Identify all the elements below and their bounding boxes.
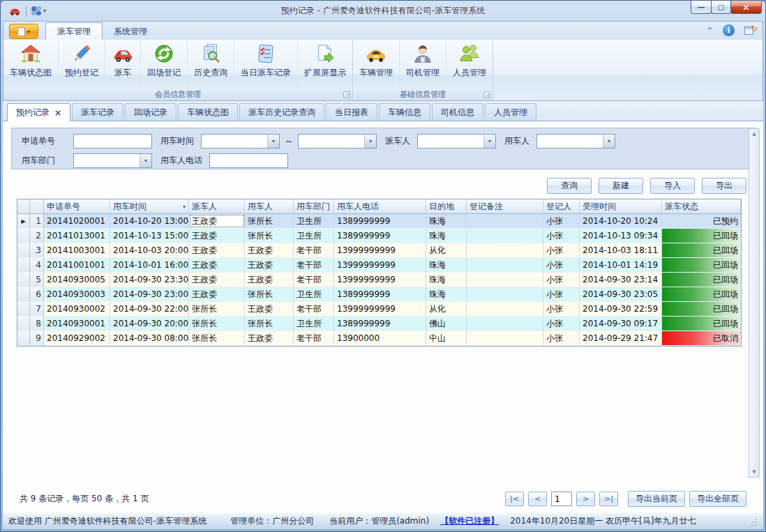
- scroll-down-icon[interactable]: ▼: [752, 467, 756, 477]
- next-page-button[interactable]: >: [576, 492, 595, 506]
- minimize-button[interactable]: —: [691, 1, 712, 14]
- import-button[interactable]: 导入: [650, 178, 695, 194]
- chevron-down-icon[interactable]: ▾: [364, 135, 376, 148]
- chevron-down-icon[interactable]: ▾: [140, 154, 151, 167]
- column-header-request_no[interactable]: 申请单号: [44, 199, 110, 213]
- doc-tab-personnel-management[interactable]: 人员管理: [485, 103, 536, 121]
- cell-remark: [467, 214, 543, 228]
- cell-remark: [467, 287, 543, 301]
- table-row-1[interactable]: ▶1201410200012014-10-20 13:00王政委张所长卫生所13…: [17, 214, 741, 229]
- doc-tab-reservation-records[interactable]: 预约记录×: [7, 103, 70, 121]
- table-row-7[interactable]: 7201409300022014-09-30 22:00张所长王政委老干部139…: [17, 302, 741, 317]
- department-label: 用车部门: [22, 155, 65, 167]
- page-number-input[interactable]: [551, 492, 572, 506]
- collapse-ribbon-icon[interactable]: ^: [707, 26, 713, 33]
- close-icon: ×: [742, 2, 750, 13]
- ribbon-button-return-register[interactable]: 回场登记: [141, 40, 188, 89]
- column-header-remark[interactable]: 登记备注: [467, 199, 543, 213]
- use-time-to-combo[interactable]: ▾: [298, 134, 377, 149]
- column-header-user[interactable]: 用车人: [245, 199, 294, 213]
- ribbon-button-reservation-register[interactable]: 预约登记: [59, 40, 105, 89]
- table-row-5[interactable]: 5201409300052014-09-30 23:30王政委王政委老干部139…: [17, 273, 741, 287]
- info-icon[interactable]: i: [723, 24, 735, 36]
- license-link[interactable]: 【软件已注册】: [440, 515, 499, 527]
- column-header-dispatcher[interactable]: 派车人: [189, 199, 245, 213]
- quick-access-grid-icon[interactable]: ▾: [31, 6, 46, 16]
- table-row-9[interactable]: 9201409290022014-09-30 08:00张所长王政委老干部139…: [17, 331, 741, 346]
- sort-caret-icon[interactable]: ▾: [183, 204, 186, 210]
- column-header-destination[interactable]: 目的地: [426, 199, 467, 213]
- doc-tab-label: 派车记录: [81, 107, 114, 119]
- theme-icon[interactable]: ↻: [744, 25, 757, 36]
- ribbon-button-vehicle-management[interactable]: 车辆管理: [353, 40, 400, 89]
- doc-tab-vehicle-info[interactable]: 车辆信息: [379, 103, 430, 121]
- column-header-phone[interactable]: 用车人电话: [334, 199, 426, 213]
- table-row-6[interactable]: 6201409300032014-09-30 23:00王政委张所长卫生所138…: [17, 287, 741, 302]
- ribbon-tab-system[interactable]: 系统管理: [103, 23, 158, 40]
- chevron-down-icon[interactable]: ▾: [603, 135, 615, 148]
- doc-tab-vehicle-status-map[interactable]: 车辆状态图: [178, 103, 238, 121]
- cell-destination: 中山: [426, 331, 467, 345]
- cell-destination: 从化: [426, 302, 467, 316]
- ribbon-button-extended-screen[interactable]: 扩展屏显示: [298, 40, 352, 89]
- table-row-8[interactable]: 8201409300012014-09-30 20:00张所长张所长卫生所138…: [17, 317, 741, 331]
- doc-tab-driver-info[interactable]: 司机信息: [432, 103, 483, 121]
- prev-page-button[interactable]: <: [528, 492, 547, 506]
- cell-request_no: 20140930002: [44, 302, 110, 316]
- ribbon-tab-dispatch[interactable]: 派车管理: [45, 22, 103, 40]
- department-combo[interactable]: ▾: [73, 153, 152, 168]
- focused-cell-dispatcher[interactable]: 王政委: [189, 214, 245, 228]
- column-header-accept_time[interactable]: 受理时间: [580, 199, 662, 213]
- first-page-button[interactable]: |<: [505, 492, 524, 506]
- use-time-from-combo[interactable]: ▾: [201, 134, 280, 149]
- table-row-4[interactable]: 4201410010012014-10-01 16:00王政委王政委老干部139…: [17, 258, 741, 273]
- vertical-scrollbar[interactable]: ▲ ▼: [749, 128, 760, 478]
- column-header-registrar[interactable]: 登记人: [543, 199, 580, 213]
- chevron-down-icon[interactable]: ▾: [267, 135, 279, 148]
- doc-tab-close-icon[interactable]: ×: [54, 108, 61, 118]
- ribbon-body: 车辆状态图预约登记派车回场登记历史查询当日派车记录扩展屏显示会员信息管理◿车辆管…: [3, 40, 763, 101]
- ribbon-button-vehicle-status-map[interactable]: 车辆状态图: [3, 40, 59, 89]
- ribbon-button-today-dispatch-records[interactable]: 当日派车记录: [234, 40, 298, 89]
- ribbon-button-personnel-management[interactable]: 人员管理: [446, 40, 493, 89]
- doc-tab-dispatch-history-query[interactable]: 派车历史记录查询: [239, 103, 324, 121]
- request-no-input[interactable]: [73, 134, 152, 149]
- column-header-use_time[interactable]: 用车时间▾: [110, 199, 189, 213]
- cell-department: 老干部: [294, 258, 334, 272]
- dispatcher-combo[interactable]: ▾: [417, 134, 496, 149]
- new-button[interactable]: 新建: [599, 178, 643, 194]
- maximize-button[interactable]: □: [711, 1, 731, 14]
- doc-tab-dispatch-records[interactable]: 派车记录: [72, 103, 123, 121]
- export-all-pages-button[interactable]: 导出全部页: [689, 491, 746, 507]
- cell-accept_time: 2014-09-30 22:59: [580, 302, 662, 316]
- close-button[interactable]: ×: [730, 1, 762, 14]
- doc-tab-daily-report[interactable]: 当日报表: [326, 103, 377, 121]
- action-button-row: 查询新建导入导出: [3, 178, 746, 194]
- cell-use_time: 2014-10-20 13:00: [110, 214, 189, 228]
- dialog-launcher-icon[interactable]: ◿: [483, 91, 490, 98]
- chevron-down-icon[interactable]: ▾: [483, 135, 495, 148]
- scroll-up-icon[interactable]: ▲: [752, 129, 756, 139]
- export-current-page-button[interactable]: 导出当前页: [628, 491, 685, 507]
- query-button[interactable]: 查询: [547, 178, 592, 194]
- ribbon-group-member-info: 车辆状态图预约登记派车回场登记历史查询当日派车记录扩展屏显示会员信息管理◿: [3, 40, 353, 100]
- dialog-launcher-icon[interactable]: ◿: [343, 91, 350, 98]
- current-user-text: 当前用户：管理员(admin): [329, 515, 429, 527]
- phone-input[interactable]: [209, 153, 288, 168]
- table-row-2[interactable]: 2201410130012014-10-13 15:00王政委张所长卫生所138…: [17, 229, 741, 243]
- table-row-3[interactable]: 3201410030012014-10-03 20:00王政委王政委老干部139…: [17, 243, 741, 258]
- ribbon-button-driver-management[interactable]: 司机管理: [400, 40, 446, 89]
- app-menu-button[interactable]: ▾: [9, 24, 38, 39]
- row-number: 4: [30, 258, 44, 272]
- cell-user: 王政委: [245, 273, 294, 287]
- column-header-department[interactable]: 用车部门: [294, 199, 334, 213]
- ribbon-button-history-query[interactable]: 历史查询: [188, 40, 234, 89]
- export-button[interactable]: 导出: [702, 178, 746, 194]
- doc-tab-return-records[interactable]: 回场记录: [125, 103, 177, 121]
- user-combo[interactable]: ▾: [536, 134, 615, 149]
- ribbon-button-dispatch-car[interactable]: 派车: [105, 40, 141, 89]
- last-page-button[interactable]: >|: [599, 492, 618, 506]
- resize-grip-icon[interactable]: [749, 517, 758, 526]
- doc-tab-label: 人员管理: [494, 107, 527, 119]
- column-header-status[interactable]: 派车状态: [662, 199, 741, 213]
